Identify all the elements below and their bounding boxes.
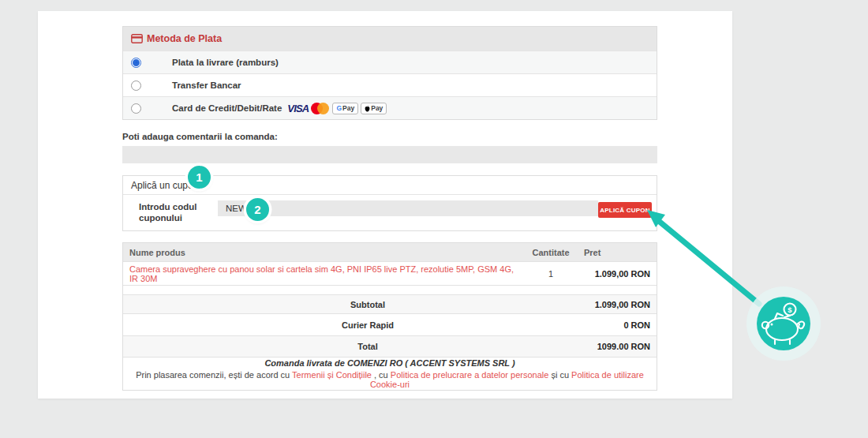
table-spacer-row xyxy=(123,285,657,294)
payment-option-label: Transfer Bancar xyxy=(172,80,241,90)
delivery-note: Comanda livrata de COMENZI RO ( ACCENT S… xyxy=(264,358,514,368)
payment-option-label: Plata la livrare (ramburs) xyxy=(172,58,279,67)
legal-note: Prin plasarea comenzii, ești de acord cu… xyxy=(123,370,657,389)
payment-option-ramburs[interactable]: Plata la livrare (ramburs) xyxy=(123,51,657,73)
subtotal-value: 1.099,00 RON xyxy=(595,295,650,313)
google-pay-icon: GPay xyxy=(332,103,358,114)
order-summary-table: Nume produs Cantitate Pret Camera suprav… xyxy=(122,242,657,391)
credit-card-icon xyxy=(131,34,143,43)
legal-prefix: Prin plasarea comenzii, ești de acord cu xyxy=(136,370,292,380)
payment-panel-header: Metoda de Plata xyxy=(123,27,657,51)
terms-link[interactable]: Termenii și Condițiile xyxy=(292,370,372,380)
table-row-shipping: Curier Rapid 0 RON xyxy=(123,313,657,335)
product-quantity: 1 xyxy=(524,269,578,279)
payment-method-panel: Metoda de Plata Plata la livrare (rambur… xyxy=(122,26,657,120)
gpay-text: Pay xyxy=(342,104,354,112)
radio-transfer[interactable] xyxy=(131,80,141,91)
total-value: 1099.00 RON xyxy=(597,336,650,357)
dollar-sign: $ xyxy=(788,305,792,314)
payment-option-transfer[interactable]: Transfer Bancar xyxy=(123,73,657,96)
step-badge-1: 1 xyxy=(188,166,211,189)
apply-coupon-button[interactable]: APLICĂ CUPON xyxy=(598,202,652,218)
coupon-body: Introdu codul cuponului APLICĂ CUPON xyxy=(123,195,657,230)
piggy-bank-icon: $ xyxy=(746,286,821,361)
payment-option-label: Card de Credit/Debit/Rate xyxy=(172,103,282,113)
mastercard-icon xyxy=(311,103,330,114)
payment-option-card[interactable]: Card de Credit/Debit/Rate VISA GPay Pay xyxy=(123,96,657,119)
radio-ramburs[interactable] xyxy=(131,58,141,68)
applepay-text: Pay xyxy=(371,104,383,112)
product-price: 1.099,00 RON xyxy=(578,269,657,279)
table-row-product: Camera supraveghere cu panou solar si ca… xyxy=(123,261,657,285)
radio-card[interactable] xyxy=(131,103,141,114)
gpay-g: G xyxy=(336,104,342,112)
table-footer: Comanda livrata de COMENZI RO ( ACCENT S… xyxy=(123,357,657,390)
legal-mid1: , cu xyxy=(372,370,391,380)
checkout-card: Metoda de Plata Plata la livrare (rambur… xyxy=(38,11,732,399)
visa-icon: VISA xyxy=(287,103,309,114)
coupon-field-label: Introdu codul cuponului xyxy=(139,201,218,223)
comments-label: Poti adauga comentarii la comanda: xyxy=(122,132,657,141)
col-header-price: Pret xyxy=(578,248,657,257)
table-row-subtotal: Subtotal 1.099,00 RON xyxy=(123,294,657,313)
apple-pay-icon: Pay xyxy=(361,103,387,114)
col-header-product: Nume produs xyxy=(123,248,524,257)
table-row-total: Total 1099.00 RON xyxy=(123,335,657,357)
col-header-quantity: Cantitate xyxy=(524,248,578,257)
product-link[interactable]: Camera supraveghere cu panou solar si ca… xyxy=(129,264,514,283)
comments-box xyxy=(122,146,657,163)
comments-textarea[interactable] xyxy=(122,146,657,163)
step-badge-2: 2 xyxy=(246,198,269,221)
subtotal-label: Subtotal xyxy=(123,295,612,313)
table-header-row: Nume produs Cantitate Pret xyxy=(123,243,657,261)
card-brand-icons: VISA GPay Pay xyxy=(287,103,387,114)
apple-logo-icon xyxy=(365,105,370,112)
coupon-code-input[interactable] xyxy=(218,200,598,216)
legal-mid2: și cu xyxy=(548,370,571,380)
total-label: Total xyxy=(123,336,612,357)
payment-panel-title: Metoda de Plata xyxy=(147,33,222,44)
shipping-value: 0 RON xyxy=(623,314,650,335)
shipping-label: Curier Rapid xyxy=(123,314,612,335)
privacy-link[interactable]: Politica de prelucrare a datelor persona… xyxy=(391,370,549,380)
